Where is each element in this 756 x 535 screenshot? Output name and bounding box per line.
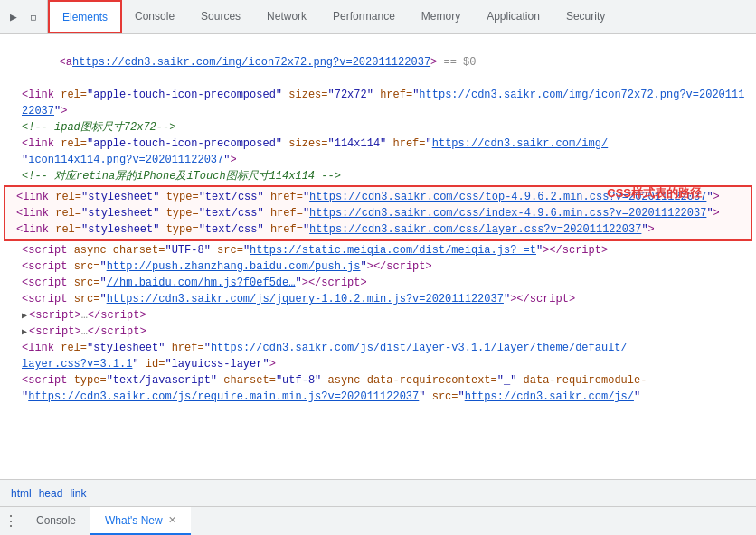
breadcrumb-link[interactable]: link [66,485,90,502]
attr-charset-val-require: "utf-8" [276,374,321,387]
attr-href-114: href= [393,137,426,150]
line-content-script-hm: <script src="//hm.baidu.com/hm.js?f0ef5d… [7,275,749,291]
tag-end-script-push: ></script> [367,260,432,273]
attr-src-require: src= [432,390,458,403]
attr-src-val-push: "http://push.zhanzhang.baidu.com/push.js… [99,260,366,273]
breadcrumb-bar: html head link [0,479,756,506]
attr-href-css-layer: href= [270,223,303,236]
html-line-72: <link rel="apple-touch-icon-precomposed"… [0,87,756,119]
breadcrumb-html[interactable]: html [7,485,35,502]
line-content-72: <link rel="apple-touch-icon-precomposed"… [7,87,749,119]
html-line-script-collapsed1: ▶<script>…</script> [0,307,756,324]
href-src-require[interactable]: https://cdn3.saikr.com/js/ [465,390,634,403]
href-css-index[interactable]: https://cdn3.saikr.com/css/index-4.9.6.m… [309,207,706,220]
attr-rel-layer: rel= [61,342,87,354]
tab-memory[interactable]: Memory [409,0,474,33]
attr-async: async [74,244,107,257]
attr-type-val-require: "text/javascript" [107,374,217,387]
tab-bar: Elements Console Sources Network Perform… [48,0,756,33]
line-content-link-layer: <link rel="stylesheet" href="https://cdn… [7,340,749,356]
html-line-script-hm: <script src="//hm.baidu.com/hm.js?f0ef5d… [0,275,756,291]
attr-rel-val: "apple-touch-icon-precomposed" [87,89,282,101]
href-meiqia[interactable]: https://static.meiqia.com/dist/meiqia.js… [250,244,536,257]
tag-end-css-layer: > [648,223,655,236]
bottom-tab-whatsnew[interactable]: What's New ✕ [90,507,191,535]
tag-link-114: <link [22,137,54,150]
href-css-layer[interactable]: https://cdn3.saikr.com/css/layer.css?v=2… [309,223,641,236]
href-jquery[interactable]: https://cdn3.saikr.com/js/jquery-1.10.2.… [107,293,504,305]
tag-end-css-index: > [713,207,720,220]
tag-end-script-meiqia: ></script> [543,244,608,257]
close-whatsnew-icon[interactable]: ✕ [168,514,176,526]
tab-application[interactable]: Application [474,0,553,33]
href-link-114b[interactable]: icon114x114.png?v=202011122037 [28,154,223,166]
tab-network[interactable]: Network [254,0,320,33]
html-line-script-push: <script src="http://push.zhanzhang.baidu… [0,258,756,275]
html-line-css-index: <link rel="stylesheet" type="text/css" h… [9,205,747,221]
tag-link-css-top: <link [16,191,49,203]
attr-src-val-jquery: "https://cdn3.saikr.com/js/jquery-1.10.2… [99,293,510,305]
css-section: <link rel="stylesheet" type="text/css" h… [0,184,756,242]
bottom-tab-console-label: Console [36,514,76,527]
href-require-b[interactable]: https://cdn3.saikr.com/js/require.main.m… [28,390,419,403]
attr-charset-meiqia: charset= [113,244,165,257]
href-layer-b[interactable]: layer.css?v=3.1.1 [22,358,132,371]
attr-src-val-require: "https://cdn3.saikr.com/js/" [458,390,641,403]
attr-datarequirecontext-val: "_" [497,374,517,387]
html-line-114: <link rel="apple-touch-icon-precomposed"… [0,136,756,152]
tag-script-hm: <script [22,277,67,289]
css-annotation-text: CSS样式表的路径 [607,186,702,200]
attr-href-val-layer-dist: "https://cdn3.saikr.com/js/dist/layer-v3… [204,342,628,354]
tag-end-script-jquery: ></script> [510,293,575,305]
attr-id-layer: id= [146,358,165,371]
tag-script-require: <script [22,374,67,387]
html-line-script-collapsed2: ▶<script>…</script> [0,324,756,340]
attr-href-require-b: "https://cdn3.saikr.com/js/require.main.… [22,390,425,403]
html-line-link-layer-b: layer.css?v=3.1.1" id="layuicss-layer"> [0,356,756,372]
device-icon[interactable]: ◽ [25,9,42,25]
attr-rel-css: rel= [55,191,81,203]
href-layer-dist[interactable]: https://cdn3.saikr.com/js/dist/layer-v3.… [211,342,628,354]
tag-end-script-hm: ></script> [302,277,367,289]
tag-link: <link [22,89,54,101]
html-line-script-require: <script type="text/javascript" charset="… [0,372,756,389]
tag-script-jquery: <script [22,293,67,305]
tab-performance[interactable]: Performance [320,0,409,33]
tag-link-css-layer: <link [16,223,49,236]
attr-href-val-css-index: "https://cdn3.saikr.com/css/index-4.9.6.… [303,207,713,220]
attr-src-push: src= [74,260,100,273]
attr-id-val-layer: "layuicss-layer" [165,358,269,371]
html-line-comment-retina: <!-- 对应retina屏的iPhone及iTouch图标尺寸114x114 … [0,168,756,184]
content-area: <ahttps://cdn3.saikr.com/img/icon72x72.p… [0,34,756,479]
vertical-dots-icon[interactable]: ⋮ [0,507,22,536]
link-text[interactable]: https://cdn3.saikr.com/img/icon72x72.png… [72,56,430,69]
href-push[interactable]: http://push.zhanzhang.baidu.com/push.js [107,260,361,273]
tab-sources[interactable]: Sources [188,0,254,33]
tag-script-col2: <script> [29,325,81,338]
attr-href-val-layer-b: layer.css?v=3.1.1" [22,358,139,371]
bottom-tab-console[interactable]: Console [22,507,90,535]
breadcrumb-head[interactable]: head [35,485,67,502]
line-content-script-require-b: "https://cdn3.saikr.com/js/require.main.… [7,389,749,405]
triangle-icon-1[interactable]: ▶ [22,311,27,321]
tag-link-layer: <link [22,342,54,354]
html-line-comment-ipad: <!-- ipad图标尺寸72x72--> [0,119,756,136]
href-link-114[interactable]: https://cdn3.saikr.com/img/ [432,137,608,150]
attr-type-val-css-index: "text/css" [199,207,264,220]
tab-console[interactable]: Console [122,0,188,33]
line-content-script-collapsed1: ▶<script>…</script> [7,307,749,324]
attr-href-layer-dist: href= [172,342,204,354]
line-content: <ahttps://cdn3.saikr.com/img/icon72x72.p… [7,38,749,87]
attr-datarequirecontext: data-requirecontext= [367,374,497,387]
comment-retina: <!-- 对应retina屏的iPhone及iTouch图标尺寸114x114 … [7,168,749,184]
triangle-icon-2[interactable]: ▶ [22,327,27,337]
line-content-script-push: <script src="http://push.zhanzhang.baidu… [7,258,749,275]
href-hm[interactable]: //hm.baidu.com/hm.js?f0ef5de… [107,277,296,289]
attr-type-css: type= [166,191,199,203]
attr-rel-114: rel= [61,137,87,150]
tab-security[interactable]: Security [553,0,619,33]
attr-src-jquery: src= [74,293,100,305]
inspect-icon[interactable]: ▶ [5,9,22,25]
tab-elements[interactable]: Elements [48,0,122,33]
attr-sizes-114: sizes= [288,137,327,150]
